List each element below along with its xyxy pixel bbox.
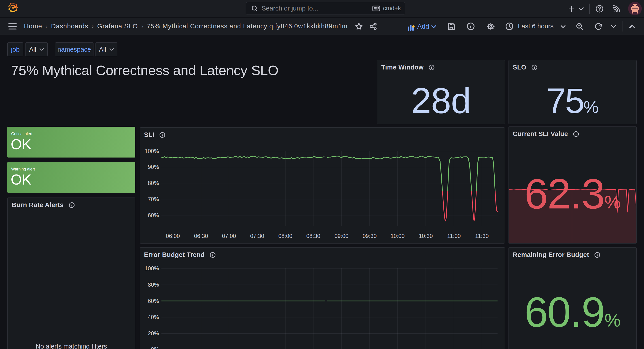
svg-text:08:30: 08:30 [306, 233, 320, 239]
svg-text:80%: 80% [148, 180, 159, 186]
svg-text:11:00: 11:00 [447, 233, 461, 239]
svg-text:06:30: 06:30 [194, 233, 208, 239]
svg-text:0%: 0% [151, 346, 159, 349]
svg-text:70%: 70% [148, 196, 159, 202]
svg-text:09:00: 09:00 [334, 233, 348, 239]
svg-text:60%: 60% [148, 298, 159, 304]
svg-text:11:30: 11:30 [475, 233, 489, 239]
svg-text:20%: 20% [148, 330, 159, 337]
svg-text:10:00: 10:00 [391, 233, 405, 239]
svg-text:07:30: 07:30 [250, 233, 264, 239]
svg-text:06:00: 06:00 [166, 233, 180, 239]
svg-text:09:30: 09:30 [363, 233, 377, 239]
svg-text:80%: 80% [148, 282, 159, 288]
svg-text:100%: 100% [145, 265, 159, 272]
svg-text:08:00: 08:00 [278, 233, 292, 239]
svg-text:10:30: 10:30 [419, 233, 433, 239]
svg-text:40%: 40% [148, 314, 159, 320]
svg-text:100%: 100% [145, 148, 159, 154]
svg-text:90%: 90% [148, 164, 159, 170]
svg-text:07:00: 07:00 [222, 233, 236, 239]
svg-text:60%: 60% [148, 212, 159, 218]
